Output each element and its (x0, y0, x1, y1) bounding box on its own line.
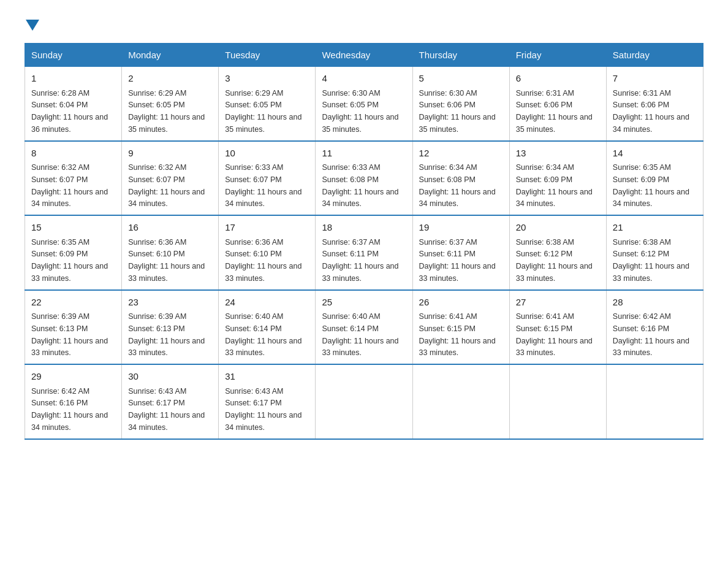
calendar-day-header: Saturday (606, 44, 703, 67)
calendar-day-cell: 13Sunrise: 6:34 AMSunset: 6:09 PMDayligh… (509, 141, 606, 216)
calendar-day-cell: 14Sunrise: 6:35 AMSunset: 6:09 PMDayligh… (606, 141, 703, 216)
daylight-text: Daylight: 11 hours and 35 minutes. (128, 113, 205, 134)
sunset-text: Sunset: 6:16 PM (31, 399, 88, 407)
sunset-text: Sunset: 6:12 PM (516, 250, 572, 258)
day-number: 28 (613, 296, 697, 310)
calendar-day-cell: 11Sunrise: 6:33 AMSunset: 6:08 PMDayligh… (316, 141, 412, 216)
calendar-day-cell: 28Sunrise: 6:42 AMSunset: 6:16 PMDayligh… (606, 290, 703, 365)
sunset-text: Sunset: 6:06 PM (516, 101, 572, 109)
sunset-text: Sunset: 6:07 PM (31, 175, 88, 184)
day-number: 18 (322, 221, 406, 235)
logo-triangle-icon (26, 20, 39, 31)
sunset-text: Sunset: 6:09 PM (516, 175, 572, 184)
daylight-text: Daylight: 11 hours and 33 minutes. (128, 262, 205, 283)
sunset-text: Sunset: 6:10 PM (128, 250, 184, 258)
daylight-text: Daylight: 11 hours and 33 minutes. (613, 337, 689, 358)
day-number: 1 (31, 72, 115, 86)
daylight-text: Daylight: 11 hours and 33 minutes. (225, 262, 301, 283)
sunset-text: Sunset: 6:04 PM (31, 101, 88, 109)
day-number: 20 (516, 221, 600, 235)
daylight-text: Daylight: 11 hours and 33 minutes. (322, 337, 398, 358)
daylight-text: Daylight: 11 hours and 34 minutes. (128, 188, 205, 209)
calendar-day-cell: 16Sunrise: 6:36 AMSunset: 6:10 PMDayligh… (122, 215, 219, 290)
day-number: 29 (31, 370, 115, 384)
daylight-text: Daylight: 11 hours and 34 minutes. (225, 188, 301, 209)
sunset-text: Sunset: 6:13 PM (128, 324, 184, 333)
sunrise-text: Sunrise: 6:33 AM (322, 163, 380, 172)
daylight-text: Daylight: 11 hours and 36 minutes. (31, 113, 108, 134)
svg-marker-0 (26, 20, 39, 31)
daylight-text: Daylight: 11 hours and 33 minutes. (613, 262, 689, 283)
calendar-day-cell: 9Sunrise: 6:32 AMSunset: 6:07 PMDaylight… (122, 141, 219, 216)
sunrise-text: Sunrise: 6:33 AM (225, 163, 283, 172)
day-number: 13 (516, 147, 600, 161)
daylight-text: Daylight: 11 hours and 34 minutes. (31, 411, 108, 432)
daylight-text: Daylight: 11 hours and 33 minutes. (419, 262, 496, 283)
daylight-text: Daylight: 11 hours and 33 minutes. (516, 337, 593, 358)
sunset-text: Sunset: 6:11 PM (419, 250, 476, 258)
calendar-day-cell: 2Sunrise: 6:29 AMSunset: 6:05 PMDaylight… (122, 67, 219, 141)
sunset-text: Sunset: 6:05 PM (128, 101, 184, 109)
calendar-day-cell (509, 364, 606, 439)
sunset-text: Sunset: 6:13 PM (31, 324, 88, 333)
calendar-day-cell: 15Sunrise: 6:35 AMSunset: 6:09 PMDayligh… (25, 215, 122, 290)
calendar-day-cell: 7Sunrise: 6:31 AMSunset: 6:06 PMDaylight… (606, 67, 703, 141)
calendar-day-cell: 12Sunrise: 6:34 AMSunset: 6:08 PMDayligh… (412, 141, 509, 216)
daylight-text: Daylight: 11 hours and 33 minutes. (419, 337, 496, 358)
calendar-week-row: 1Sunrise: 6:28 AMSunset: 6:04 PMDaylight… (25, 67, 703, 141)
calendar-day-cell: 26Sunrise: 6:41 AMSunset: 6:15 PMDayligh… (412, 290, 509, 365)
calendar-day-cell: 10Sunrise: 6:33 AMSunset: 6:07 PMDayligh… (219, 141, 316, 216)
calendar-day-cell (412, 364, 509, 439)
day-number: 25 (322, 296, 406, 310)
day-number: 24 (225, 296, 309, 310)
sunrise-text: Sunrise: 6:42 AM (613, 312, 671, 321)
daylight-text: Daylight: 11 hours and 34 minutes. (613, 113, 689, 134)
sunrise-text: Sunrise: 6:35 AM (31, 238, 89, 247)
sunset-text: Sunset: 6:06 PM (419, 101, 476, 109)
day-number: 7 (613, 72, 697, 86)
daylight-text: Daylight: 11 hours and 34 minutes. (31, 188, 108, 209)
daylight-text: Daylight: 11 hours and 33 minutes. (322, 262, 398, 283)
calendar-day-cell: 18Sunrise: 6:37 AMSunset: 6:11 PMDayligh… (316, 215, 412, 290)
sunset-text: Sunset: 6:12 PM (613, 250, 669, 258)
daylight-text: Daylight: 11 hours and 33 minutes. (31, 262, 108, 283)
day-number: 27 (516, 296, 600, 310)
calendar-day-cell (606, 364, 703, 439)
day-number: 22 (31, 296, 115, 310)
calendar-day-header: Friday (509, 44, 606, 67)
calendar-day-cell: 4Sunrise: 6:30 AMSunset: 6:05 PMDaylight… (316, 67, 412, 141)
sunrise-text: Sunrise: 6:42 AM (31, 387, 89, 396)
day-number: 15 (31, 221, 115, 235)
daylight-text: Daylight: 11 hours and 35 minutes. (225, 113, 301, 134)
calendar-day-cell: 5Sunrise: 6:30 AMSunset: 6:06 PMDaylight… (412, 67, 509, 141)
daylight-text: Daylight: 11 hours and 35 minutes. (322, 113, 398, 134)
daylight-text: Daylight: 11 hours and 34 minutes. (516, 188, 593, 209)
sunrise-text: Sunrise: 6:41 AM (516, 312, 574, 321)
sunset-text: Sunset: 6:07 PM (128, 175, 184, 184)
day-number: 17 (225, 221, 309, 235)
day-number: 9 (128, 147, 212, 161)
calendar-day-cell: 21Sunrise: 6:38 AMSunset: 6:12 PMDayligh… (606, 215, 703, 290)
day-number: 23 (128, 296, 212, 310)
calendar-day-cell: 1Sunrise: 6:28 AMSunset: 6:04 PMDaylight… (25, 67, 122, 141)
daylight-text: Daylight: 11 hours and 33 minutes. (128, 337, 205, 358)
sunset-text: Sunset: 6:14 PM (322, 324, 378, 333)
sunset-text: Sunset: 6:17 PM (128, 399, 184, 407)
calendar-body: 1Sunrise: 6:28 AMSunset: 6:04 PMDaylight… (25, 67, 703, 439)
sunset-text: Sunset: 6:05 PM (225, 101, 281, 109)
sunset-text: Sunset: 6:09 PM (613, 175, 669, 184)
calendar-day-header: Sunday (25, 44, 122, 67)
calendar-table: SundayMondayTuesdayWednesdayThursdayFrid… (25, 43, 703, 440)
day-number: 2 (128, 72, 212, 86)
calendar-day-cell: 31Sunrise: 6:43 AMSunset: 6:17 PMDayligh… (219, 364, 316, 439)
sunrise-text: Sunrise: 6:39 AM (128, 312, 186, 321)
sunset-text: Sunset: 6:15 PM (516, 324, 572, 333)
calendar-day-cell: 27Sunrise: 6:41 AMSunset: 6:15 PMDayligh… (509, 290, 606, 365)
daylight-text: Daylight: 11 hours and 34 minutes. (613, 188, 689, 209)
calendar-week-row: 8Sunrise: 6:32 AMSunset: 6:07 PMDaylight… (25, 141, 703, 216)
sunrise-text: Sunrise: 6:36 AM (225, 238, 283, 247)
daylight-text: Daylight: 11 hours and 34 minutes. (225, 411, 301, 432)
sunset-text: Sunset: 6:15 PM (419, 324, 476, 333)
day-number: 19 (419, 221, 503, 235)
daylight-text: Daylight: 11 hours and 34 minutes. (128, 411, 205, 432)
